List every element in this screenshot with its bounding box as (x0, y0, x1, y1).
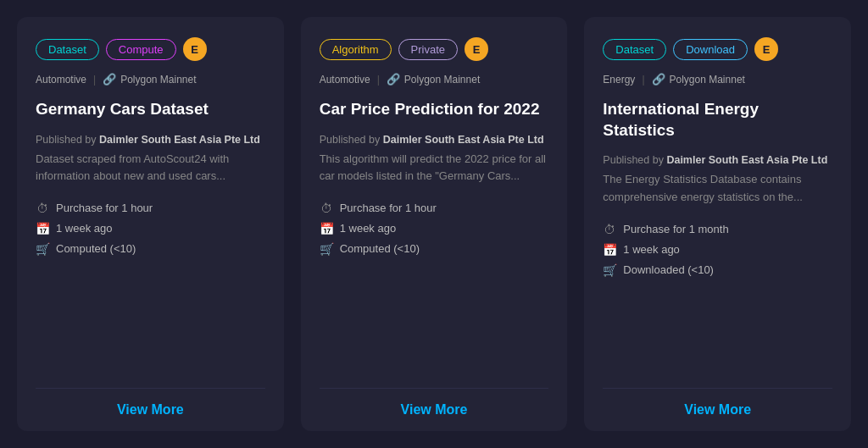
card-title: International Energy Statistics (603, 99, 832, 141)
chain-info: 🔗 Polygon Mainnet (387, 73, 480, 86)
stat-row-0: ⏱ Purchase for 1 hour (320, 202, 549, 215)
stat-text-0: Purchase for 1 month (623, 223, 728, 235)
card-publisher: Published by Daimler South East Asia Pte… (603, 154, 832, 166)
card-title: Car Price Prediction for 2022 (320, 99, 549, 120)
stat-icon-0: ⏱ (320, 202, 333, 215)
stat-icon-2: 🛒 (36, 242, 49, 256)
category-label: Automotive (36, 74, 86, 86)
card-publisher: Published by Daimler South East Asia Pte… (320, 134, 549, 146)
chain-name: Polygon Mainnet (670, 74, 745, 86)
card-stats: ⏱ Purchase for 1 hour 📅 1 week ago 🛒 Com… (36, 202, 265, 256)
stat-icon-1: 📅 (320, 222, 333, 235)
card-tags: DatasetDownloadE (603, 37, 832, 61)
meta-divider: | (642, 74, 644, 86)
stat-row-1: 📅 1 week ago (36, 222, 265, 235)
card-1: DatasetComputeE Automotive | 🔗 Polygon M… (17, 17, 284, 431)
stat-row-2: 🛒 Computed (<10) (320, 242, 549, 256)
chain-icon: 🔗 (652, 73, 665, 86)
stat-icon-1: 📅 (36, 222, 49, 235)
stat-icon-2: 🛒 (320, 242, 333, 256)
stat-text-1: 1 week ago (56, 222, 113, 235)
stat-icon-1: 📅 (603, 243, 616, 257)
card-footer: View More (603, 388, 832, 431)
card-meta: Energy | 🔗 Polygon Mainnet (603, 73, 832, 86)
card-stats: ⏱ Purchase for 1 hour 📅 1 week ago 🛒 Com… (320, 202, 549, 256)
publisher-name: Daimler South East Asia Pte Ltd (99, 134, 260, 146)
stat-row-0: ⏱ Purchase for 1 month (603, 223, 832, 236)
tag-1[interactable]: Private (398, 39, 458, 60)
stat-icon-2: 🛒 (603, 263, 616, 277)
view-more-button[interactable]: View More (36, 402, 265, 418)
chain-name: Polygon Mainnet (120, 74, 196, 86)
category-label: Energy (603, 74, 635, 86)
card-description: This algorithm will predict the 2022 pri… (320, 151, 549, 185)
stat-text-2: Computed (<10) (56, 242, 136, 255)
card-tags: AlgorithmPrivateE (320, 37, 549, 61)
stat-text-2: Downloaded (<10) (623, 263, 714, 276)
card-meta: Automotive | 🔗 Polygon Mainnet (36, 73, 265, 86)
stat-text-0: Purchase for 1 hour (340, 202, 437, 214)
badge-e: E (754, 37, 778, 61)
badge-e: E (465, 37, 488, 61)
card-2: AlgorithmPrivateE Automotive | 🔗 Polygon… (301, 17, 568, 431)
stat-row-1: 📅 1 week ago (603, 243, 832, 257)
stat-text-1: 1 week ago (623, 243, 680, 256)
view-more-button[interactable]: View More (603, 402, 832, 418)
card-footer: View More (36, 388, 265, 431)
stat-text-0: Purchase for 1 hour (56, 202, 153, 214)
meta-divider: | (93, 74, 96, 86)
card-title: Germany Cars Dataset (36, 99, 265, 120)
stat-row-2: 🛒 Downloaded (<10) (603, 263, 832, 277)
card-description: The Energy Statistics Database contains … (603, 171, 832, 205)
card-3: DatasetDownloadE Energy | 🔗 Polygon Main… (584, 17, 851, 431)
stat-row-0: ⏱ Purchase for 1 hour (36, 202, 265, 215)
tag-0[interactable]: Dataset (36, 39, 99, 60)
tag-1[interactable]: Download (673, 39, 748, 60)
stat-row-2: 🛒 Computed (<10) (36, 242, 265, 256)
chain-info: 🔗 Polygon Mainnet (103, 73, 196, 86)
stat-row-1: 📅 1 week ago (320, 222, 549, 235)
card-stats: ⏱ Purchase for 1 month 📅 1 week ago 🛒 Do… (603, 223, 832, 277)
publisher-name: Daimler South East Asia Pte Ltd (666, 154, 827, 166)
chain-icon: 🔗 (103, 73, 116, 86)
meta-divider: | (377, 74, 380, 86)
tag-0[interactable]: Dataset (603, 39, 666, 60)
stat-icon-0: ⏱ (36, 202, 49, 215)
card-tags: DatasetComputeE (36, 37, 265, 61)
card-footer: View More (320, 388, 549, 431)
stat-text-1: 1 week ago (340, 222, 397, 235)
card-publisher: Published by Daimler South East Asia Pte… (36, 134, 265, 146)
stat-icon-0: ⏱ (603, 223, 616, 236)
chain-name: Polygon Mainnet (404, 74, 480, 86)
tag-1[interactable]: Compute (106, 39, 176, 60)
card-description: Dataset scraped from AutoScout24 with in… (36, 151, 265, 185)
badge-e: E (183, 37, 207, 61)
chain-info: 🔗 Polygon Mainnet (652, 73, 745, 86)
view-more-button[interactable]: View More (320, 402, 549, 418)
publisher-name: Daimler South East Asia Pte Ltd (383, 134, 544, 146)
cards-container: DatasetComputeE Automotive | 🔗 Polygon M… (17, 17, 851, 431)
tag-0[interactable]: Algorithm (320, 39, 392, 60)
card-meta: Automotive | 🔗 Polygon Mainnet (320, 73, 549, 86)
chain-icon: 🔗 (387, 73, 400, 86)
stat-text-2: Computed (<10) (340, 242, 420, 255)
category-label: Automotive (320, 74, 370, 86)
